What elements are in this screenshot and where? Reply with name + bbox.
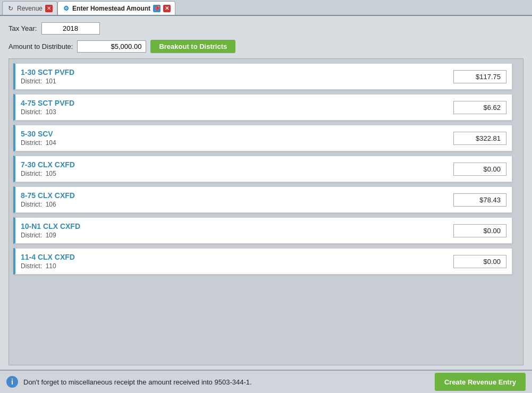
district-amount-input-3[interactable]: [453, 163, 506, 176]
district-amount-input-0[interactable]: [453, 70, 506, 83]
settings-icon: ⚙: [62, 5, 70, 12]
tab-revenue-label: Revenue: [17, 5, 43, 12]
tab-enter-homestead-close[interactable]: ✕: [163, 5, 171, 12]
district-amount-input-1[interactable]: [453, 101, 506, 114]
district-card-3: 7-30 CLX CXFD District: 105: [13, 156, 512, 182]
amount-input[interactable]: [77, 40, 146, 53]
district-name-0: 1-30 SCT PVFD: [21, 68, 453, 76]
district-card-1: 4-75 SCT PVFD District: 103: [13, 94, 512, 121]
district-name-5: 10-N1 CLX CXFD: [21, 222, 453, 230]
district-info-4: 8-75 CLX CXFD District: 106: [21, 191, 453, 208]
district-name-6: 11-4 CLX CXFD: [21, 253, 453, 261]
district-info-0: 1-30 SCT PVFD District: 101: [21, 68, 453, 85]
district-list-scroll[interactable]: 1-30 SCT PVFD District: 101 4-75 SCT PVF…: [9, 59, 523, 365]
district-amount-input-6[interactable]: [453, 255, 506, 268]
district-info-2: 5-30 SCV District: 104: [21, 130, 453, 147]
pin-icon[interactable]: 📌: [153, 5, 161, 12]
district-name-2: 5-30 SCV: [21, 130, 453, 138]
amount-row: Amount to Distribute: Breakout to Distri…: [9, 40, 523, 53]
tab-enter-homestead-label: Enter Homestead Amount: [72, 5, 150, 12]
district-name-4: 8-75 CLX CXFD: [21, 191, 453, 200]
district-card-6: 11-4 CLX CXFD District: 110: [13, 248, 512, 275]
sync-icon: ↻: [7, 5, 14, 12]
tab-revenue-close[interactable]: ✕: [45, 5, 53, 12]
main-content: Tax Year: Amount to Distribute: Breakout…: [0, 16, 532, 370]
tax-year-row: Tax Year:: [9, 22, 523, 35]
district-info-5: 10-N1 CLX CXFD District: 109: [21, 222, 453, 239]
tax-year-label: Tax Year:: [9, 24, 37, 32]
info-icon: i: [6, 376, 18, 388]
bottom-bar: i Don't forget to miscellaneous receipt …: [0, 370, 532, 393]
district-info-6: 11-4 CLX CXFD District: 110: [21, 253, 453, 270]
district-info-3: 7-30 CLX CXFD District: 105: [21, 160, 453, 177]
tab-revenue[interactable]: ↻ Revenue ✕: [2, 1, 57, 15]
district-amount-input-5[interactable]: [453, 224, 506, 237]
district-name-3: 7-30 CLX CXFD: [21, 160, 453, 169]
district-name-1: 4-75 SCT PVFD: [21, 99, 453, 107]
district-number-5: District: 109: [21, 232, 453, 239]
district-card-4: 8-75 CLX CXFD District: 106: [13, 186, 512, 213]
district-info-1: 4-75 SCT PVFD District: 103: [21, 99, 453, 116]
district-number-3: District: 105: [21, 170, 453, 177]
district-card-0: 1-30 SCT PVFD District: 101: [13, 63, 512, 90]
district-amount-input-4[interactable]: [453, 193, 506, 207]
district-amount-input-2[interactable]: [453, 132, 506, 145]
tax-year-input[interactable]: [41, 22, 100, 35]
tab-enter-homestead[interactable]: ⚙ Enter Homestead Amount 📌 ✕: [57, 1, 175, 15]
district-card-2: 5-30 SCV District: 104: [13, 125, 512, 151]
district-card-5: 10-N1 CLX CXFD District: 109: [13, 217, 512, 244]
create-revenue-button[interactable]: Create Revenue Entry: [435, 373, 526, 391]
tab-bar: ↻ Revenue ✕ ⚙ Enter Homestead Amount 📌 ✕: [0, 0, 532, 16]
district-list-wrapper: 1-30 SCT PVFD District: 101 4-75 SCT PVF…: [9, 58, 523, 365]
amount-label: Amount to Distribute:: [9, 42, 73, 50]
district-number-4: District: 106: [21, 201, 453, 208]
district-number-0: District: 101: [21, 78, 453, 85]
breakout-button[interactable]: Breakout to Districts: [150, 40, 235, 53]
bottom-message: Don't forget to miscellaneous receipt th…: [23, 378, 429, 386]
district-number-2: District: 104: [21, 139, 453, 147]
district-number-6: District: 110: [21, 262, 453, 270]
district-number-1: District: 103: [21, 108, 453, 116]
